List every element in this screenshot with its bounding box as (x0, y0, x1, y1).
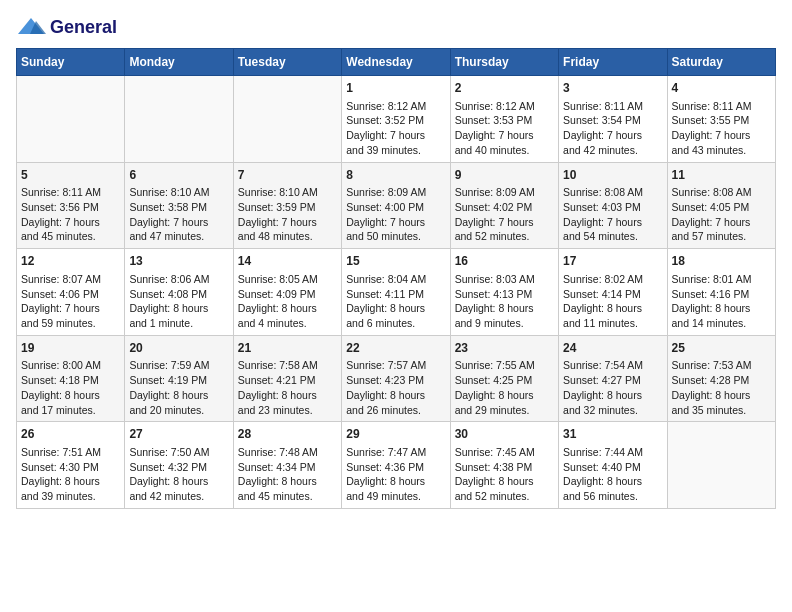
day-number: 2 (455, 80, 554, 97)
day-info: Daylight: 7 hours (346, 128, 445, 143)
day-number: 14 (238, 253, 337, 270)
day-info: and 39 minutes. (21, 489, 120, 504)
day-info: Sunrise: 8:10 AM (238, 185, 337, 200)
calendar-week-row: 5Sunrise: 8:11 AMSunset: 3:56 PMDaylight… (17, 162, 776, 249)
day-info: and 23 minutes. (238, 403, 337, 418)
day-info: Daylight: 7 hours (21, 301, 120, 316)
calendar-cell (667, 422, 775, 509)
day-info: and 11 minutes. (563, 316, 662, 331)
day-info: and 9 minutes. (455, 316, 554, 331)
day-info: Sunset: 4:03 PM (563, 200, 662, 215)
day-info: Sunset: 3:54 PM (563, 113, 662, 128)
weekday-header: Friday (559, 49, 667, 76)
day-info: and 17 minutes. (21, 403, 120, 418)
day-number: 5 (21, 167, 120, 184)
day-number: 16 (455, 253, 554, 270)
day-info: Sunrise: 7:54 AM (563, 358, 662, 373)
day-info: Daylight: 8 hours (238, 474, 337, 489)
calendar-cell: 9Sunrise: 8:09 AMSunset: 4:02 PMDaylight… (450, 162, 558, 249)
day-info: Sunset: 4:11 PM (346, 287, 445, 302)
day-number: 4 (672, 80, 771, 97)
calendar-cell: 10Sunrise: 8:08 AMSunset: 4:03 PMDayligh… (559, 162, 667, 249)
calendar-cell: 21Sunrise: 7:58 AMSunset: 4:21 PMDayligh… (233, 335, 341, 422)
day-number: 31 (563, 426, 662, 443)
day-info: Sunset: 4:00 PM (346, 200, 445, 215)
calendar-cell: 6Sunrise: 8:10 AMSunset: 3:58 PMDaylight… (125, 162, 233, 249)
day-number: 26 (21, 426, 120, 443)
day-info: Sunset: 3:59 PM (238, 200, 337, 215)
day-info: Sunset: 4:05 PM (672, 200, 771, 215)
day-info: Daylight: 7 hours (455, 128, 554, 143)
day-info: Daylight: 8 hours (672, 388, 771, 403)
day-info: and 54 minutes. (563, 229, 662, 244)
logo-icon (16, 16, 46, 40)
calendar-cell: 17Sunrise: 8:02 AMSunset: 4:14 PMDayligh… (559, 249, 667, 336)
day-number: 21 (238, 340, 337, 357)
day-info: Daylight: 8 hours (21, 474, 120, 489)
calendar-cell: 15Sunrise: 8:04 AMSunset: 4:11 PMDayligh… (342, 249, 450, 336)
day-info: Sunset: 4:30 PM (21, 460, 120, 475)
day-info: and 59 minutes. (21, 316, 120, 331)
day-info: Daylight: 8 hours (346, 301, 445, 316)
day-number: 19 (21, 340, 120, 357)
day-info: Sunset: 3:55 PM (672, 113, 771, 128)
calendar-cell (233, 76, 341, 163)
day-info: Daylight: 7 hours (21, 215, 120, 230)
day-info: Sunset: 4:13 PM (455, 287, 554, 302)
day-info: Sunrise: 7:48 AM (238, 445, 337, 460)
day-info: Sunset: 4:38 PM (455, 460, 554, 475)
day-number: 17 (563, 253, 662, 270)
calendar-cell (17, 76, 125, 163)
calendar-cell: 11Sunrise: 8:08 AMSunset: 4:05 PMDayligh… (667, 162, 775, 249)
day-info: Daylight: 8 hours (455, 388, 554, 403)
calendar-cell: 23Sunrise: 7:55 AMSunset: 4:25 PMDayligh… (450, 335, 558, 422)
day-number: 29 (346, 426, 445, 443)
day-info: and 29 minutes. (455, 403, 554, 418)
calendar-cell: 28Sunrise: 7:48 AMSunset: 4:34 PMDayligh… (233, 422, 341, 509)
day-info: and 20 minutes. (129, 403, 228, 418)
day-info: Sunrise: 8:08 AM (563, 185, 662, 200)
calendar-cell: 12Sunrise: 8:07 AMSunset: 4:06 PMDayligh… (17, 249, 125, 336)
day-info: and 45 minutes. (21, 229, 120, 244)
day-info: Sunrise: 7:53 AM (672, 358, 771, 373)
day-info: Sunset: 4:06 PM (21, 287, 120, 302)
day-info: Daylight: 8 hours (455, 301, 554, 316)
day-info: and 39 minutes. (346, 143, 445, 158)
day-info: Sunrise: 8:09 AM (346, 185, 445, 200)
day-info: Sunset: 4:36 PM (346, 460, 445, 475)
day-info: Sunrise: 8:11 AM (563, 99, 662, 114)
calendar-cell: 13Sunrise: 8:06 AMSunset: 4:08 PMDayligh… (125, 249, 233, 336)
day-info: Sunrise: 8:04 AM (346, 272, 445, 287)
day-info: Sunset: 4:34 PM (238, 460, 337, 475)
day-info: and 32 minutes. (563, 403, 662, 418)
day-info: Sunrise: 7:58 AM (238, 358, 337, 373)
day-info: Daylight: 8 hours (238, 388, 337, 403)
day-info: Sunset: 4:32 PM (129, 460, 228, 475)
day-number: 1 (346, 80, 445, 97)
day-info: Daylight: 7 hours (346, 215, 445, 230)
calendar-cell: 14Sunrise: 8:05 AMSunset: 4:09 PMDayligh… (233, 249, 341, 336)
day-info: Sunset: 4:02 PM (455, 200, 554, 215)
day-info: Sunrise: 7:59 AM (129, 358, 228, 373)
day-info: Daylight: 8 hours (563, 301, 662, 316)
day-info: Sunrise: 8:06 AM (129, 272, 228, 287)
day-number: 8 (346, 167, 445, 184)
day-info: Sunset: 4:28 PM (672, 373, 771, 388)
calendar-week-row: 12Sunrise: 8:07 AMSunset: 4:06 PMDayligh… (17, 249, 776, 336)
day-info: Daylight: 7 hours (563, 215, 662, 230)
day-info: and 14 minutes. (672, 316, 771, 331)
day-info: Sunset: 3:58 PM (129, 200, 228, 215)
day-info: and 48 minutes. (238, 229, 337, 244)
day-number: 27 (129, 426, 228, 443)
day-number: 22 (346, 340, 445, 357)
day-info: and 52 minutes. (455, 489, 554, 504)
day-info: Daylight: 7 hours (672, 128, 771, 143)
day-info: Sunset: 4:27 PM (563, 373, 662, 388)
day-info: and 4 minutes. (238, 316, 337, 331)
day-number: 11 (672, 167, 771, 184)
day-info: Sunrise: 8:07 AM (21, 272, 120, 287)
calendar-cell: 22Sunrise: 7:57 AMSunset: 4:23 PMDayligh… (342, 335, 450, 422)
calendar-cell: 29Sunrise: 7:47 AMSunset: 4:36 PMDayligh… (342, 422, 450, 509)
day-info: Daylight: 8 hours (455, 474, 554, 489)
day-info: Daylight: 7 hours (455, 215, 554, 230)
